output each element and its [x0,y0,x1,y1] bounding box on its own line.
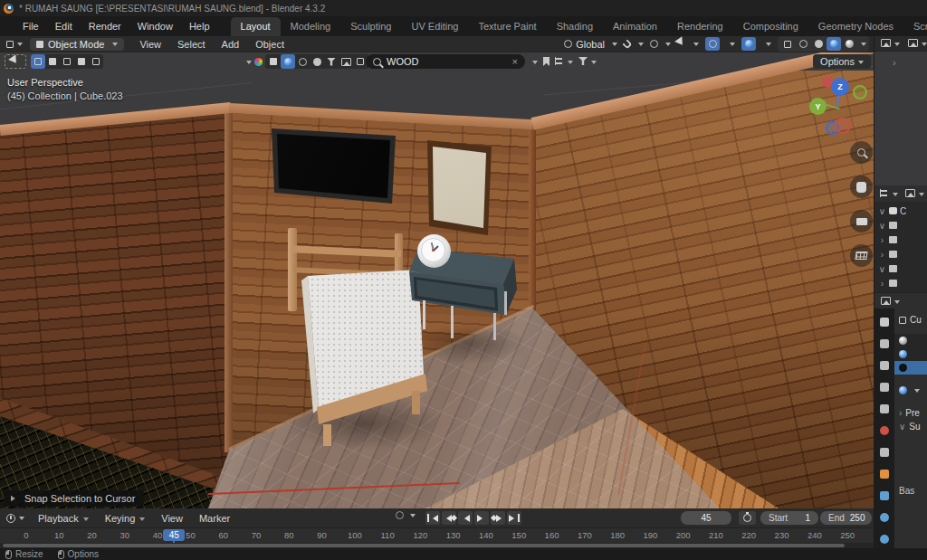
bed-leg[interactable] [412,391,420,414]
row-chevron-icon[interactable]: ∨ [878,206,886,216]
filter-light-toggle[interactable] [295,54,310,69]
workspace-tab[interactable]: Modeling [281,17,341,36]
properties-tab[interactable] [877,468,892,479]
next-keyframe-button[interactable] [491,511,505,525]
material-slot-selected[interactable] [894,361,927,375]
workspace-tab[interactable]: Compositing [733,17,808,36]
surface-panel-header[interactable]: ∨Su [894,420,927,433]
active-tool-select-box[interactable] [5,54,26,69]
editor-type-button[interactable] [908,38,927,49]
viewport-3d-scene[interactable]: User Perspective (45) Collection | Cube.… [0,71,874,508]
filter-mesh-toggle[interactable] [266,54,281,69]
workspace-tab[interactable]: Scripting [903,17,927,36]
snap-dropdown[interactable] [624,41,644,48]
shading-wireframe-button[interactable] [796,37,810,51]
gizmo-neg-x-axis[interactable] [835,118,851,134]
properties-tab[interactable] [877,424,892,436]
select-mode-intersect[interactable] [89,54,103,69]
select-mode-set[interactable] [31,54,45,69]
properties-editor-type-button[interactable] [881,296,900,307]
properties-tab[interactable] [877,511,892,523]
auto-keying-toggle[interactable] [396,511,416,519]
select-mode-invert[interactable] [74,54,89,69]
row-chevron-icon[interactable]: › [878,235,886,245]
gizmo-y-axis[interactable]: Y [809,98,827,115]
menubar-menu[interactable]: Render [81,18,129,34]
properties-tab[interactable] [877,381,892,393]
row-chevron-icon[interactable]: › [878,279,886,289]
collapse-chevron-icon[interactable] [246,61,252,67]
outliner-row[interactable]: › [874,233,927,247]
select-mode-extend[interactable] [45,54,60,69]
current-frame-field[interactable]: 45 [681,511,731,525]
frame-end-field[interactable]: End250 [820,511,872,525]
gizmo-z-axis[interactable]: Z [831,78,849,96]
browse-material-button[interactable] [894,384,927,397]
display-mode-dropdown[interactable] [555,56,573,67]
preview-panel-header[interactable]: ›Pre [894,406,927,420]
row-chevron-icon[interactable]: ∨ [878,221,886,231]
filter-image-toggle[interactable] [339,54,353,69]
viewport-menu[interactable]: View [131,36,169,52]
viewport-menu[interactable]: Select [169,36,214,52]
secondary-editor-region[interactable]: › [874,52,927,185]
timeline-menu[interactable]: Marker [191,510,238,527]
menubar-menu[interactable]: Edit [47,18,81,34]
mode-dropdown[interactable]: Object Mode [30,38,124,51]
move-view-button[interactable] [850,176,873,198]
properties-tab[interactable] [877,337,892,349]
menubar-menu[interactable]: Window [129,18,181,34]
jump-to-start-button[interactable] [425,511,440,525]
use-preview-range-button[interactable] [739,511,756,525]
viewport-menu[interactable]: Add [214,36,248,52]
properties-tab[interactable] [877,359,892,371]
last-operator-panel[interactable]: Snap Selection to Cursor [4,490,144,507]
outliner-filter-dropdown[interactable] [905,188,924,199]
workspace-tab[interactable]: Layout [231,17,281,36]
properties-tab[interactable] [877,489,892,501]
workspace-tab[interactable]: UV Editing [401,17,468,36]
outliner-display-dropdown[interactable] [880,188,898,199]
workspace-tab[interactable]: Sculpting [340,17,401,36]
menubar-menu[interactable]: Help [181,18,218,34]
transform-orientation-dropdown[interactable]: Global [564,39,617,50]
row-chevron-icon[interactable]: › [878,250,886,260]
editor-type-button[interactable] [5,37,24,51]
bed-leg[interactable] [323,424,331,446]
properties-tab[interactable] [877,533,892,545]
filter-material-toggle[interactable] [281,54,295,69]
outliner-row[interactable]: ∨ [874,261,927,276]
visibility-dropdown[interactable] [677,38,699,50]
workspace-tab[interactable]: Texture Paint [468,17,546,36]
play-reverse-button[interactable] [458,511,473,525]
outliner-row[interactable]: › [874,276,927,290]
menubar-menu[interactable]: File [14,18,47,34]
shading-material-button[interactable] [827,37,841,51]
timeline-menu[interactable]: View [153,510,191,527]
timeline-menu[interactable]: Keying [97,510,154,527]
bookmark-icon[interactable] [543,57,550,66]
select-mode-subtract[interactable] [60,54,74,69]
playhead[interactable]: 45 [163,529,185,541]
outliner-row[interactable]: ∨ [874,218,927,233]
gizmos-toggle[interactable] [705,37,720,51]
material-slot[interactable] [894,347,927,361]
properties-tab[interactable] [877,446,892,458]
search-field[interactable]: WOOD × [366,54,525,69]
perspective-toggle-button[interactable] [850,244,873,267]
row-chevron-icon[interactable]: ∨ [878,264,886,274]
expand-chevron-icon[interactable] [532,61,538,67]
workspace-tab[interactable]: Shading [547,17,603,36]
prev-keyframe-button[interactable] [442,511,456,525]
viewport-3d[interactable]: WOOD × Options [0,52,874,508]
timeline-ruler[interactable]: 45 0102030405060708090100110120130140150… [0,528,874,543]
frame-start-field[interactable]: Start1 [760,511,818,525]
shading-solid-button[interactable] [811,37,826,51]
properties-tab[interactable] [877,403,892,414]
filter-world-toggle[interactable] [310,54,324,69]
camera-view-button[interactable] [850,210,873,233]
scrollbar-thumb[interactable] [3,544,845,547]
filter-dropdown[interactable] [578,56,597,67]
timeline-editor-type-button[interactable] [5,511,26,525]
editor-type-button[interactable] [881,38,900,49]
